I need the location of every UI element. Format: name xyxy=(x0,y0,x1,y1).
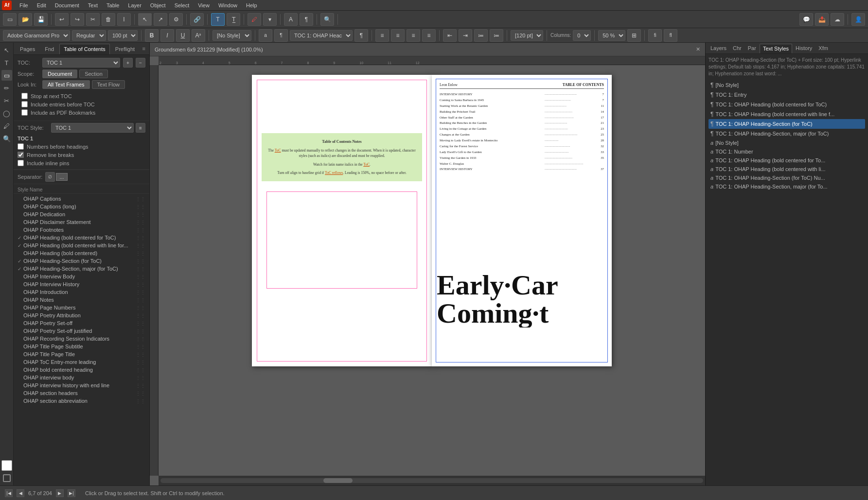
toolbar-direct-sel[interactable]: ↗ xyxy=(154,13,167,26)
style-drag-8[interactable]: ⋮⋮ xyxy=(136,259,145,264)
style-select[interactable]: [No Style] xyxy=(213,30,251,41)
nav-last-btn[interactable]: ▶| xyxy=(68,489,75,497)
menu-file[interactable]: File xyxy=(16,1,32,9)
toolbar-cloud[interactable]: ☁ xyxy=(831,13,844,26)
menu-text[interactable]: Text xyxy=(84,1,102,9)
cb-numbers-before[interactable] xyxy=(18,143,24,150)
style-item-13[interactable]: OHAP Notes ⋮⋮ xyxy=(14,296,149,304)
style-item-21[interactable]: OHAP ToC Entry-more leading ⋮⋮ xyxy=(14,358,149,366)
toolbar-undo[interactable]: ↩ xyxy=(55,13,69,26)
style-drag-24[interactable]: ⋮⋮ xyxy=(136,383,145,388)
toolbar-share[interactable]: 📤 xyxy=(815,13,829,26)
toolbar-delete[interactable]: 🗑 xyxy=(102,13,115,26)
style-drag-23[interactable]: ⋮⋮ xyxy=(136,375,145,380)
style-drag-21[interactable]: ⋮⋮ xyxy=(136,360,145,365)
right-tab-xfm[interactable]: Xfm xyxy=(815,44,831,53)
style-item-11[interactable]: OHAP Interview History ⋮⋮ xyxy=(14,280,149,288)
menu-table[interactable]: Table xyxy=(103,1,123,9)
style-item-1[interactable]: OHAP Captions (long) ⋮⋮ xyxy=(14,203,149,210)
style-item-6[interactable]: ✓ OHAP Heading (bold centered with line … xyxy=(14,241,149,249)
cb-pdf-bookmarks[interactable] xyxy=(21,109,28,116)
nav-prev-btn[interactable]: ◀ xyxy=(17,489,24,497)
align-left[interactable]: ≡ xyxy=(375,29,389,42)
pilcrow-btn[interactable]: ¶ xyxy=(354,29,368,42)
tab-pages[interactable]: Pages xyxy=(16,44,39,54)
right-style-1[interactable]: ¶ TOC 1: Entry xyxy=(709,90,865,100)
leading-select[interactable]: [120 pt] xyxy=(511,30,543,41)
menu-help[interactable]: Help xyxy=(242,1,261,9)
left-page[interactable]: Table of Contents Notes The ToC must be … xyxy=(252,75,432,366)
style-item-22[interactable]: OHAP bold centered heading ⋮⋮ xyxy=(14,366,149,374)
style-item-18[interactable]: OHAP Recording Session Indicators ⋮⋮ xyxy=(14,335,149,343)
cb-remove-line-breaks[interactable] xyxy=(18,152,24,158)
toc-style-select[interactable]: TOC 1: OHAP Heac xyxy=(290,30,353,41)
underline-button[interactable]: U xyxy=(176,29,190,42)
numbers[interactable]: ≔ xyxy=(490,29,503,42)
menu-window[interactable]: Window xyxy=(214,1,241,9)
style-drag-15[interactable]: ⋮⋮ xyxy=(136,313,145,318)
toc-style-menu[interactable]: ≡ xyxy=(136,123,145,133)
right-style-10[interactable]: a TOC 1: OHAP Heading-Section (for ToC) … xyxy=(709,173,865,182)
right-style-2[interactable]: ¶ TOC 1: OHAP Heading (bold centered for… xyxy=(709,100,865,109)
italic-button[interactable]: I xyxy=(160,29,174,42)
right-style-7[interactable]: a TOC 1: Number xyxy=(709,147,865,156)
toolbar-fill[interactable]: ▾ xyxy=(263,13,277,26)
right-style-4[interactable]: ¶ TOC 1: OHAP Heading-Section (for ToC) xyxy=(709,119,865,129)
menu-layer[interactable]: Layer xyxy=(124,1,145,9)
toolbar-comment[interactable]: 💬 xyxy=(799,13,813,26)
right-page[interactable]: Leon Enlow TABLE OF CONTENTS INTERVIEW H… xyxy=(432,75,612,366)
lookin-all-text-frames[interactable]: All Text Frames xyxy=(42,80,90,89)
nav-next-btn[interactable]: ▶ xyxy=(56,489,64,497)
style-item-25[interactable]: OHAP section headers ⋮⋮ xyxy=(14,389,149,397)
icon-frame[interactable]: ▭ xyxy=(1,70,12,81)
fi-ligature[interactable]: fi xyxy=(648,29,662,42)
right-style-3[interactable]: ¶ TOC 1: OHAP Heading (bold centered wit… xyxy=(709,109,865,119)
icon-pencil[interactable]: ✏ xyxy=(1,83,12,93)
style-drag-9[interactable]: ⋮⋮ xyxy=(136,266,145,272)
tab-toc[interactable]: Table of Contents xyxy=(59,44,110,54)
icon-fill[interactable] xyxy=(1,460,12,471)
nav-first-btn[interactable]: |◀ xyxy=(5,489,13,497)
lookin-text-flow[interactable]: Text Flow xyxy=(92,80,125,89)
menu-view[interactable]: View xyxy=(194,1,213,9)
style-item-10[interactable]: OHAP Interview Body ⋮⋮ xyxy=(14,273,149,280)
right-tab-history[interactable]: History xyxy=(793,44,815,53)
align-justify[interactable]: ≡ xyxy=(422,29,436,42)
style-drag-3[interactable]: ⋮⋮ xyxy=(136,220,145,225)
aa-button[interactable]: Aᵃ xyxy=(192,29,205,42)
style-item-16[interactable]: OHAP Poetry Set-off ⋮⋮ xyxy=(14,319,149,327)
style-drag-17[interactable]: ⋮⋮ xyxy=(136,328,145,334)
columns-select[interactable]: 0 xyxy=(573,30,591,41)
right-style-5[interactable]: ¶ TOC 1: OHAP Heading-Section, major (fo… xyxy=(709,129,865,138)
icon-shape[interactable]: ◯ xyxy=(1,108,12,119)
style-item-19[interactable]: OHAP Title Page Subtitle ⋮⋮ xyxy=(14,343,149,350)
right-style-11[interactable]: a TOC 1: OHAP Heading-Section, major (fo… xyxy=(709,182,865,191)
indent-left[interactable]: ⇤ xyxy=(443,29,457,42)
style-drag-6[interactable]: ⋮⋮ xyxy=(136,243,145,248)
icon-zoom[interactable]: 🔍 xyxy=(1,133,12,144)
style-item-2[interactable]: OHAP Dedication ⋮⋮ xyxy=(14,210,149,218)
right-style-8[interactable]: a TOC 1: OHAP Heading (bold centered for… xyxy=(709,156,865,165)
toolbar-redo[interactable]: ↪ xyxy=(71,13,84,26)
icon-pen[interactable]: 🖊 xyxy=(1,121,12,131)
style-drag-7[interactable]: ⋮⋮ xyxy=(136,251,145,256)
toolbar-text-cursor[interactable]: I xyxy=(117,13,131,26)
style-drag-20[interactable]: ⋮⋮ xyxy=(136,352,145,357)
right-style-9[interactable]: a TOC 1: OHAP Heading (bold centered wit… xyxy=(709,165,865,173)
style-drag-1[interactable]: ⋮⋮ xyxy=(136,204,145,209)
style-drag-10[interactable]: ⋮⋮ xyxy=(136,274,145,279)
tab-preflight[interactable]: Preflight xyxy=(111,44,139,54)
right-tab-par[interactable]: Par xyxy=(745,44,759,53)
toc-style-select-input[interactable]: TOC 1 xyxy=(51,123,134,133)
toc-select[interactable]: TOC 1 xyxy=(42,58,120,68)
style-item-17[interactable]: OHAP Poetry Set-off justified ⋮⋮ xyxy=(14,327,149,335)
style-drag-26[interactable]: ⋮⋮ xyxy=(136,398,145,404)
style-drag-12[interactable]: ⋮⋮ xyxy=(136,290,145,295)
style-drag-22[interactable]: ⋮⋮ xyxy=(136,367,145,373)
style-item-26[interactable]: OHAP section abbreviation ⋮⋮ xyxy=(14,397,149,405)
style-item-8[interactable]: ✓ OHAP Heading-Section (for ToC) ⋮⋮ xyxy=(14,257,149,265)
font-style-select[interactable]: Regular xyxy=(72,30,106,41)
toolbar-char-style[interactable]: A xyxy=(284,13,298,26)
style-item-15[interactable]: OHAP Poetry Attribution ⋮⋮ xyxy=(14,311,149,319)
panel-menu-btn[interactable]: ≡ xyxy=(141,44,147,54)
